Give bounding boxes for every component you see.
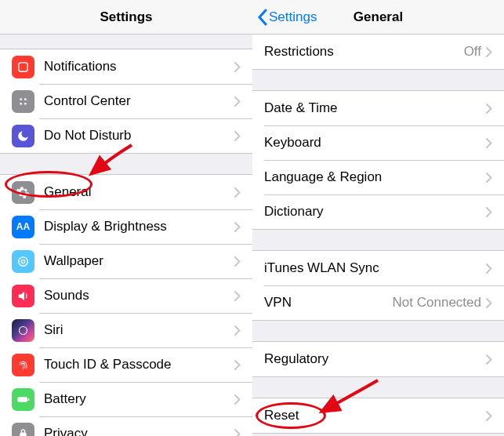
svg-point-4 — [24, 102, 27, 104]
settings-group-1: Notifications Control Center Do Not Dist… — [0, 49, 252, 154]
svg-rect-8 — [17, 397, 27, 401]
back-label: Settings — [269, 9, 317, 25]
chevron-left-icon — [257, 9, 267, 26]
chevron-right-icon — [234, 187, 241, 198]
row-dictionary[interactable]: Dictionary — [252, 194, 504, 229]
row-value: Off — [464, 44, 481, 60]
row-reset[interactable]: Reset — [252, 398, 504, 433]
row-keyboard[interactable]: Keyboard — [252, 125, 504, 160]
svg-point-2 — [24, 98, 27, 100]
general-group-3: iTunes WLAN Sync VPN Not Connected — [252, 250, 504, 321]
chevron-right-icon — [486, 104, 492, 114]
chevron-right-icon — [486, 298, 492, 308]
svg-point-3 — [20, 102, 22, 104]
row-touch-id[interactable]: Touch ID & Passcode — [0, 347, 252, 382]
chevron-right-icon — [234, 291, 241, 301]
chevron-right-icon — [234, 256, 241, 267]
notifications-icon — [12, 56, 34, 78]
row-itunes-wlan-sync[interactable]: iTunes WLAN Sync — [252, 251, 504, 285]
general-scroll[interactable]: Restrictions Off Date & Time Keyboard La… — [252, 35, 504, 436]
row-label: Display & Brightness — [44, 219, 234, 234]
chevron-right-icon — [234, 429, 241, 437]
row-language-region[interactable]: Language & Region — [252, 160, 504, 194]
chevron-right-icon — [234, 96, 241, 107]
row-label: General — [44, 184, 234, 200]
chevron-right-icon — [486, 263, 492, 274]
svg-point-6 — [21, 260, 24, 263]
general-group-4: Regulatory — [252, 341, 504, 377]
general-group-1: Restrictions Off — [252, 35, 504, 70]
general-group-2: Date & Time Keyboard Language & Region D… — [252, 90, 504, 230]
chevron-right-icon — [486, 411, 492, 421]
chevron-right-icon — [234, 62, 241, 72]
chevron-right-icon — [486, 207, 492, 217]
row-date-time[interactable]: Date & Time — [252, 91, 504, 125]
row-regulatory[interactable]: Regulatory — [252, 342, 504, 376]
svg-point-1 — [20, 98, 22, 100]
row-label: Touch ID & Passcode — [44, 357, 234, 372]
row-label: Date & Time — [264, 100, 486, 116]
row-label: Sounds — [44, 288, 234, 303]
row-vpn[interactable]: VPN Not Connected — [252, 285, 504, 320]
general-pane: Settings General Restrictions Off Date &… — [252, 0, 504, 436]
row-notifications[interactable]: Notifications — [0, 49, 252, 84]
sounds-icon — [12, 285, 34, 307]
row-label: Control Center — [44, 93, 234, 109]
privacy-icon — [12, 423, 34, 437]
settings-group-2: General AA Display & Brightness Wallpape… — [0, 174, 252, 436]
row-label: VPN — [264, 295, 393, 311]
row-battery[interactable]: Battery — [0, 382, 252, 416]
battery-icon — [12, 388, 34, 411]
navbar-general: Settings General — [252, 0, 504, 35]
row-display-brightness[interactable]: AA Display & Brightness — [0, 209, 252, 244]
row-value: Not Connected — [393, 295, 481, 311]
row-label: Dictionary — [264, 204, 486, 220]
navbar-settings: Settings — [0, 0, 252, 35]
chevron-right-icon — [234, 325, 241, 336]
row-siri[interactable]: Siri — [0, 313, 252, 347]
chevron-right-icon — [486, 47, 492, 57]
row-privacy[interactable]: Privacy — [0, 416, 252, 436]
row-control-center[interactable]: Control Center — [0, 84, 252, 118]
do-not-disturb-icon — [12, 125, 34, 147]
chevron-right-icon — [234, 394, 241, 405]
row-label: Notifications — [44, 59, 234, 74]
row-label: Regulatory — [264, 351, 486, 367]
svg-point-7 — [20, 326, 27, 334]
row-label: Battery — [44, 391, 234, 407]
row-label: Do Not Disturb — [44, 128, 234, 144]
svg-rect-10 — [20, 433, 27, 436]
row-label: Language & Region — [264, 169, 486, 185]
control-center-icon — [12, 90, 34, 113]
general-group-5: Reset — [252, 398, 504, 434]
siri-icon — [12, 319, 34, 342]
chevron-right-icon — [234, 131, 241, 141]
chevron-right-icon — [486, 138, 492, 148]
row-sounds[interactable]: Sounds — [0, 278, 252, 313]
row-wallpaper[interactable]: Wallpaper — [0, 244, 252, 278]
chevron-right-icon — [486, 173, 492, 183]
row-label: Reset — [264, 408, 486, 423]
display-brightness-icon: AA — [12, 216, 34, 238]
row-label: Keyboard — [264, 135, 486, 151]
page-title: Settings — [100, 9, 152, 25]
chevron-right-icon — [234, 360, 241, 370]
general-icon — [12, 181, 34, 204]
row-label: Privacy — [44, 426, 234, 436]
row-label: Wallpaper — [44, 253, 234, 269]
settings-scroll[interactable]: Notifications Control Center Do Not Dist… — [0, 35, 252, 436]
settings-pane: Settings Notifications Control Center Do… — [0, 0, 252, 436]
row-label: Restrictions — [264, 44, 464, 60]
touch-id-icon — [12, 354, 34, 376]
row-label: iTunes WLAN Sync — [264, 260, 486, 276]
chevron-right-icon — [234, 222, 241, 232]
svg-rect-9 — [28, 398, 30, 400]
back-button[interactable]: Settings — [257, 0, 317, 34]
page-title: General — [354, 9, 403, 25]
svg-rect-0 — [19, 62, 27, 71]
row-general[interactable]: General — [0, 175, 252, 209]
chevron-right-icon — [486, 354, 492, 365]
row-restrictions[interactable]: Restrictions Off — [252, 35, 504, 69]
row-label: Siri — [44, 322, 234, 338]
row-do-not-disturb[interactable]: Do Not Disturb — [0, 118, 252, 153]
